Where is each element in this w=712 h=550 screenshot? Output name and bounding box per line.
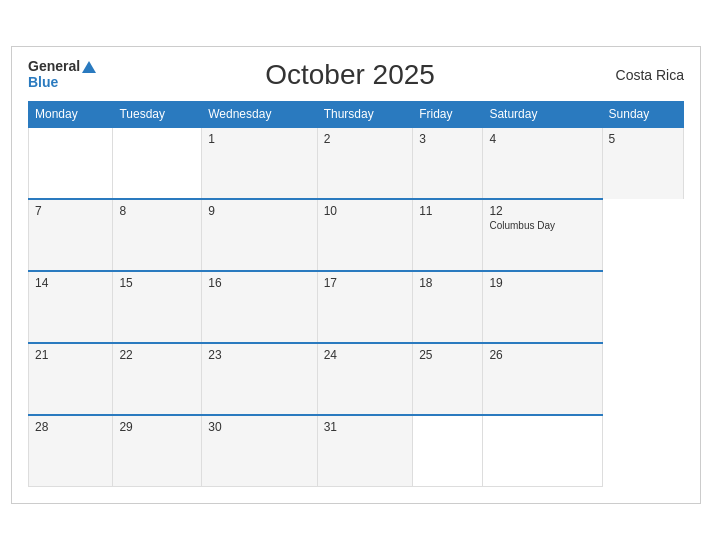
day-number: 9 (208, 204, 310, 218)
calendar-header: General Blue October 2025 Costa Rica (28, 59, 684, 91)
calendar-day-cell: 18 (413, 271, 483, 343)
day-number: 10 (324, 204, 407, 218)
calendar-day-cell (413, 415, 483, 487)
day-event: Columbus Day (489, 220, 595, 231)
calendar-day-cell: 10 (317, 199, 413, 271)
calendar-day-cell: 8 (113, 199, 202, 271)
calendar-day-cell: 11 (413, 199, 483, 271)
calendar-day-cell: 15 (113, 271, 202, 343)
day-number: 14 (35, 276, 106, 290)
calendar-day-cell: 28 (29, 415, 113, 487)
weekday-header-cell: Sunday (602, 101, 683, 127)
calendar-title: October 2025 (96, 59, 604, 91)
logo-blue-text: Blue (28, 75, 58, 90)
calendar-day-cell: 9 (202, 199, 317, 271)
calendar-day-cell: 16 (202, 271, 317, 343)
calendar-day-cell: 5 (602, 127, 683, 199)
day-number: 8 (119, 204, 195, 218)
day-number: 30 (208, 420, 310, 434)
day-number: 24 (324, 348, 407, 362)
calendar-day-cell: 22 (113, 343, 202, 415)
day-number: 12 (489, 204, 595, 218)
day-number: 22 (119, 348, 195, 362)
logo: General Blue (28, 59, 96, 90)
calendar-day-cell: 12Columbus Day (483, 199, 602, 271)
day-number: 25 (419, 348, 476, 362)
calendar-day-cell: 1 (202, 127, 317, 199)
calendar-day-cell: 25 (413, 343, 483, 415)
calendar-day-cell: 23 (202, 343, 317, 415)
calendar-day-cell: 14 (29, 271, 113, 343)
day-number: 3 (419, 132, 476, 146)
calendar-day-cell (113, 127, 202, 199)
weekday-header-cell: Monday (29, 101, 113, 127)
weekday-header-row: MondayTuesdayWednesdayThursdayFridaySatu… (29, 101, 684, 127)
calendar-day-cell: 29 (113, 415, 202, 487)
calendar-day-cell: 21 (29, 343, 113, 415)
calendar-day-cell: 4 (483, 127, 602, 199)
day-number: 19 (489, 276, 595, 290)
calendar-week-row: 28293031 (29, 415, 684, 487)
weekday-header-cell: Saturday (483, 101, 602, 127)
calendar-week-row: 12345 (29, 127, 684, 199)
calendar-day-cell (29, 127, 113, 199)
day-number: 7 (35, 204, 106, 218)
day-number: 16 (208, 276, 310, 290)
day-number: 29 (119, 420, 195, 434)
weekday-header-cell: Thursday (317, 101, 413, 127)
day-number: 18 (419, 276, 476, 290)
calendar-day-cell: 31 (317, 415, 413, 487)
logo-triangle-icon (82, 61, 96, 73)
calendar-day-cell: 7 (29, 199, 113, 271)
calendar-day-cell: 26 (483, 343, 602, 415)
day-number: 4 (489, 132, 595, 146)
weekday-header-cell: Tuesday (113, 101, 202, 127)
calendar-day-cell: 30 (202, 415, 317, 487)
day-number: 11 (419, 204, 476, 218)
day-number: 17 (324, 276, 407, 290)
day-number: 21 (35, 348, 106, 362)
calendar-day-cell (483, 415, 602, 487)
day-number: 5 (609, 132, 677, 146)
calendar-country: Costa Rica (604, 67, 684, 83)
logo-general-text: General (28, 59, 80, 74)
calendar-day-cell: 3 (413, 127, 483, 199)
day-number: 31 (324, 420, 407, 434)
day-number: 1 (208, 132, 310, 146)
calendar-day-cell: 17 (317, 271, 413, 343)
calendar-day-cell: 2 (317, 127, 413, 199)
calendar-day-cell: 19 (483, 271, 602, 343)
calendar-container: General Blue October 2025 Costa Rica Mon… (11, 46, 701, 505)
day-number: 2 (324, 132, 407, 146)
day-number: 26 (489, 348, 595, 362)
day-number: 28 (35, 420, 106, 434)
weekday-header-cell: Friday (413, 101, 483, 127)
calendar-table: MondayTuesdayWednesdayThursdayFridaySatu… (28, 101, 684, 488)
day-number: 15 (119, 276, 195, 290)
calendar-week-row: 212223242526 (29, 343, 684, 415)
calendar-week-row: 141516171819 (29, 271, 684, 343)
weekday-header-cell: Wednesday (202, 101, 317, 127)
calendar-week-row: 789101112Columbus Day (29, 199, 684, 271)
day-number: 23 (208, 348, 310, 362)
calendar-day-cell: 24 (317, 343, 413, 415)
